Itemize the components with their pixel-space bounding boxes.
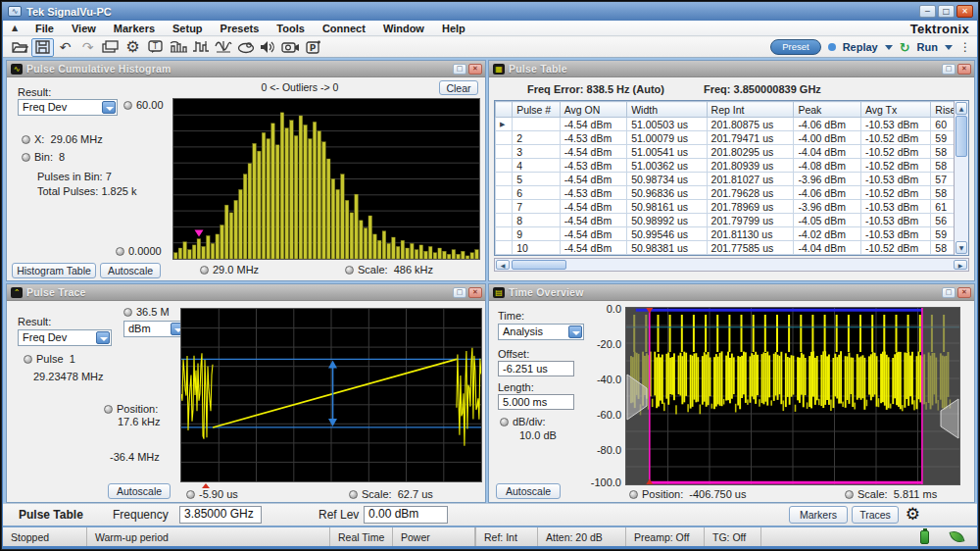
cell[interactable]: -4.53 dBm	[560, 159, 627, 173]
column-header-rep-int[interactable]: Rep Int	[707, 102, 794, 118]
x-scale-label[interactable]: Scale: 486 kHz	[345, 264, 433, 276]
adjust-knob-icon[interactable]	[116, 247, 124, 256]
collapse-menu-icon[interactable]: ▲	[3, 24, 26, 32]
x-axis-start-label[interactable]: 29.0 MHz	[200, 264, 259, 276]
ref-lev-input[interactable]: 0.00 dBm	[364, 506, 448, 524]
cell[interactable]: 5	[513, 173, 561, 186]
close-icon[interactable]: ✕	[956, 5, 973, 18]
cell[interactable]: 8	[513, 214, 561, 227]
pulse-trace-panel-titlebar[interactable]: ⌃ Pulse Trace □ ✕	[7, 284, 485, 301]
table-row[interactable]: 5-4.54 dBm50.98734 us201.81027 us-3.96 d…	[496, 173, 968, 186]
cell[interactable]: 1	[513, 118, 561, 131]
cell[interactable]: -4.05 dBm	[794, 214, 861, 227]
speaker-icon[interactable]	[257, 38, 279, 57]
cell[interactable]: 201.78969 us	[707, 200, 794, 214]
panel-restore-icon[interactable]: □	[942, 287, 956, 298]
scroll-left-icon[interactable]: ◀	[496, 260, 510, 270]
result-select[interactable]: Freq Dev	[18, 99, 118, 116]
adjust-knob-icon[interactable]	[500, 418, 509, 426]
cell[interactable]: -4.53 dBm	[560, 186, 627, 200]
time-overview-chart[interactable]	[626, 308, 959, 484]
pulse-trace-plot[interactable]	[180, 308, 482, 482]
y-max-value[interactable]: 60.00	[123, 99, 164, 111]
maximize-icon[interactable]: □	[938, 5, 955, 18]
scroll-up-icon[interactable]: ▲	[956, 102, 967, 115]
cell[interactable]: -10.53 dBm	[860, 227, 930, 241]
cell[interactable]: 7	[513, 200, 561, 214]
table-row[interactable]: 7-4.54 dBm50.98161 us201.78969 us-3.96 d…	[496, 200, 968, 214]
result-select[interactable]: Freq Dev	[18, 329, 112, 346]
results-table[interactable]: Pulse #Avg ONWidthRep IntPeakAvg TxRise …	[495, 101, 968, 255]
position-readout[interactable]: Position: -406.750 us	[629, 488, 746, 500]
cell[interactable]: -4.04 dBm	[794, 145, 861, 159]
menu-connect[interactable]: Connect	[314, 23, 374, 34]
camera-icon[interactable]	[279, 38, 302, 57]
cell[interactable]: -10.53 dBm	[860, 118, 930, 131]
cell[interactable]: 201.79471 us	[707, 131, 794, 145]
time-select[interactable]: Analysis	[498, 324, 584, 340]
cell[interactable]: 2	[513, 131, 561, 145]
pulse-table-icon[interactable]	[167, 38, 189, 57]
trace-y-max-value[interactable]: 36.5 M	[123, 306, 170, 318]
position-label[interactable]: Position:	[104, 403, 158, 415]
cell[interactable]: 51.00503 us	[627, 118, 707, 131]
vertical-scroll-thumb[interactable]	[956, 116, 967, 157]
dial-knob-icon[interactable]	[234, 38, 257, 57]
cell[interactable]: 51.00362 us	[627, 159, 707, 173]
table-row[interactable]: 10-4.54 dBm50.98381 us201.77585 us-4.04 …	[496, 241, 968, 255]
adjust-knob-icon[interactable]	[22, 135, 30, 144]
column-header-avg-on[interactable]: Avg ON	[560, 102, 627, 118]
table-row[interactable]: 2-4.53 dBm51.00079 us201.79471 us-4.00 d…	[496, 131, 968, 145]
x-scale-label[interactable]: Scale: 5.811 ms	[845, 488, 937, 500]
adjust-knob-icon[interactable]	[345, 266, 354, 275]
panel-restore-icon[interactable]: □	[453, 287, 466, 298]
adjust-knob-icon[interactable]	[186, 490, 195, 499]
adjust-knob-icon[interactable]	[123, 308, 132, 317]
table-row[interactable]: 9-4.54 dBm50.99546 us201.81130 us-4.02 d…	[496, 227, 968, 241]
analysis-wave-icon[interactable]	[212, 38, 234, 57]
x-readout[interactable]: X: 29.06 MHz	[22, 133, 103, 145]
cell[interactable]: -4.06 dBm	[794, 118, 861, 131]
offset-input[interactable]: -6.251 us	[498, 361, 574, 376]
histogram-plot[interactable]	[172, 98, 480, 260]
cell[interactable]: 201.80939 us	[707, 159, 794, 173]
window-titlebar[interactable]: ∿ Tek SignalVu-PC ─ □ ✕	[2, 2, 978, 21]
cell[interactable]: 50.98734 us	[627, 173, 707, 186]
text-marker-icon[interactable]: T	[144, 38, 167, 57]
menu-presets[interactable]: Presets	[212, 23, 269, 34]
column-header-avg-tx[interactable]: Avg Tx	[860, 102, 930, 118]
run-button[interactable]: Run	[917, 41, 938, 53]
row-selector[interactable]	[496, 200, 513, 214]
pulse-number-readout[interactable]: Pulse 1	[24, 353, 75, 365]
cell[interactable]: -10.53 dBm	[860, 214, 930, 227]
column-header-peak[interactable]: Peak	[794, 102, 861, 118]
more-options-icon[interactable]: ⋮	[959, 40, 971, 54]
display-settings-gear-icon[interactable]: ⚙	[906, 504, 920, 524]
adjust-knob-icon[interactable]	[104, 405, 113, 414]
adjust-knob-icon[interactable]	[200, 266, 209, 275]
cell[interactable]: -10.52 dBm	[860, 145, 930, 159]
table-row[interactable]: 8-4.54 dBm50.98992 us201.79799 us-4.05 d…	[496, 214, 968, 227]
print-icon[interactable]	[99, 38, 122, 57]
menu-file[interactable]: File	[26, 23, 63, 34]
row-selector[interactable]	[496, 227, 513, 241]
cell[interactable]: -3.96 dBm	[794, 200, 861, 214]
panel-restore-icon[interactable]: □	[453, 64, 466, 75]
panel-close-icon[interactable]: ✕	[957, 287, 971, 298]
cell[interactable]: 201.81027 us	[707, 173, 794, 186]
cell[interactable]: -10.53 dBm	[860, 173, 930, 186]
cell[interactable]: 201.79799 us	[707, 214, 794, 227]
dbdiv-label[interactable]: dB/div:	[500, 416, 546, 427]
vertical-scrollbar[interactable]: ▲ ▼	[954, 101, 968, 255]
clear-button[interactable]: Clear	[439, 80, 478, 95]
horizontal-scrollbar[interactable]: ◀ ▶	[494, 258, 969, 272]
adjust-knob-icon[interactable]	[22, 153, 30, 162]
menu-setup[interactable]: Setup	[164, 23, 212, 34]
preset-button[interactable]: Preset	[770, 39, 820, 55]
cell[interactable]: -10.53 dBm	[860, 200, 930, 214]
cell[interactable]: -4.53 dBm	[560, 131, 627, 145]
cell[interactable]: -4.06 dBm	[794, 186, 861, 200]
row-selector[interactable]	[496, 186, 513, 200]
horizontal-scroll-thumb[interactable]	[512, 260, 566, 270]
cell[interactable]: 51.00079 us	[627, 131, 707, 145]
